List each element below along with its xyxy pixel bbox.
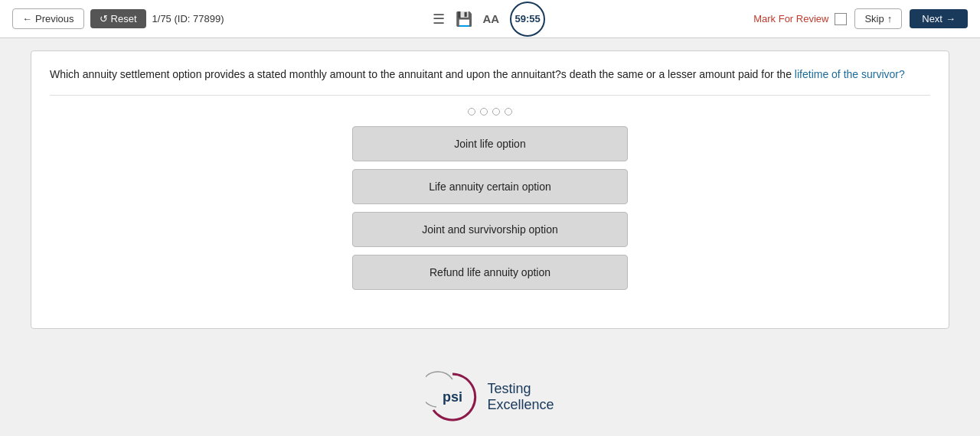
- mark-review-label: Mark For Review: [753, 13, 828, 24]
- option-3-label: Joint and survivorship option: [422, 223, 557, 236]
- font-size-button[interactable]: AA: [483, 12, 500, 25]
- skip-icon: ↑: [887, 13, 893, 24]
- top-bar-left: ← Previous ↺ Reset 1/75 (ID: 77899): [12, 8, 224, 29]
- excellence-label: Excellence: [487, 397, 554, 413]
- skip-button[interactable]: Skip ↑: [854, 8, 902, 29]
- reset-icon: ↺: [100, 13, 108, 24]
- save-icon-button[interactable]: 💾: [456, 11, 472, 28]
- question-text: Which annuity settlement option provides…: [50, 67, 930, 83]
- psi-logo: psi Testing Excellence: [426, 370, 554, 424]
- next-button[interactable]: Next →: [910, 9, 968, 28]
- top-bar-center: ☰ 💾 AA 59:55: [433, 2, 546, 37]
- previous-button[interactable]: ← Previous: [12, 8, 84, 29]
- question-counter: 1/75 (ID: 77899): [152, 13, 224, 24]
- mark-review-checkbox[interactable]: [835, 13, 847, 25]
- dot-4: [505, 108, 512, 116]
- skip-label: Skip: [864, 13, 884, 24]
- timer: 59:55: [510, 2, 545, 37]
- timer-value: 59:55: [515, 13, 541, 24]
- option-3-button[interactable]: Joint and survivorship option: [352, 212, 628, 247]
- arrow-left-icon: ←: [22, 13, 32, 24]
- option-1-button[interactable]: Joint life option: [352, 126, 628, 161]
- option-2-label: Life annuity certain option: [429, 181, 551, 193]
- option-4-button[interactable]: Refund life annuity option: [352, 255, 628, 290]
- save-icon: 💾: [456, 11, 472, 28]
- testing-label: Testing: [487, 381, 554, 397]
- psi-circle-logo: psi: [426, 370, 479, 424]
- option-2-button[interactable]: Life annuity certain option: [352, 169, 628, 204]
- next-label: Next: [922, 13, 942, 24]
- answer-dots: [50, 108, 930, 116]
- top-bar-right: Mark For Review Skip ↑ Next →: [753, 8, 968, 29]
- footer: psi Testing Excellence: [0, 363, 980, 436]
- dot-1: [468, 108, 475, 116]
- font-size-icon: AA: [483, 12, 500, 25]
- reset-label: Reset: [111, 13, 137, 24]
- divider: [50, 95, 930, 96]
- mark-review-area: Mark For Review: [753, 13, 847, 25]
- dot-3: [492, 108, 500, 116]
- list-icon-button[interactable]: ☰: [433, 11, 445, 28]
- option-4-label: Refund life annuity option: [430, 266, 550, 278]
- top-bar: ← Previous ↺ Reset 1/75 (ID: 77899) ☰ 💾 …: [0, 0, 980, 38]
- options-container: Joint life option Life annuity certain o…: [50, 126, 930, 313]
- psi-text-group: Testing Excellence: [487, 381, 554, 413]
- dot-2: [480, 108, 488, 116]
- previous-label: Previous: [35, 13, 74, 24]
- option-1-label: Joint life option: [454, 138, 525, 150]
- main-content: Which annuity settlement option provides…: [0, 38, 980, 363]
- list-icon: ☰: [433, 11, 445, 28]
- svg-text:psi: psi: [443, 389, 462, 405]
- question-card: Which annuity settlement option provides…: [31, 50, 949, 329]
- reset-button[interactable]: ↺ Reset: [90, 9, 146, 28]
- arrow-right-icon: →: [946, 13, 956, 24]
